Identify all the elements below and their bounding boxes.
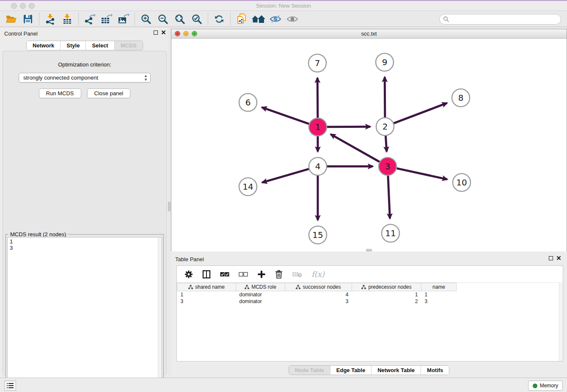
column-visibility-button[interactable] <box>202 270 211 279</box>
tab-network-table[interactable]: Network Table <box>372 366 421 375</box>
edge-1-2[interactable] <box>327 127 370 127</box>
edge-1-6[interactable] <box>262 108 309 124</box>
network-canvas[interactable]: 7968124314101511 <box>171 39 567 251</box>
edge-3-1[interactable] <box>330 134 379 162</box>
zoom-selected-icon <box>191 14 202 25</box>
status-bar: Memory <box>0 378 567 392</box>
toolbar-separator <box>78 13 79 25</box>
edge-2-8[interactable] <box>394 103 447 123</box>
refresh-layout-button[interactable] <box>211 12 228 26</box>
cell-shared-name[interactable]: 3 <box>177 298 236 305</box>
column-header-name[interactable]: name <box>421 283 457 291</box>
float-table-panel-icon[interactable] <box>549 256 553 260</box>
table-scrollbar[interactable] <box>559 283 563 361</box>
function-builder-button[interactable]: f(x) <box>311 270 325 279</box>
node-label-3: 3 <box>385 161 391 171</box>
open-session-button[interactable] <box>3 12 19 26</box>
tab-mcds[interactable]: MCDS <box>115 41 143 50</box>
mcds-result-box: MCDS result (2 nodes) 1 3 <box>6 234 164 392</box>
table-panel-header: Table Panel <box>171 253 567 264</box>
edge-3-11[interactable] <box>388 176 390 218</box>
deselect-all-columns-button[interactable] <box>239 272 248 277</box>
splitter-handle[interactable] <box>168 202 171 211</box>
plus-icon <box>257 270 266 279</box>
mcds-result-scrollbar[interactable] <box>158 237 162 390</box>
tab-motifs[interactable]: Motifs <box>421 366 449 375</box>
close-panel-icon[interactable] <box>161 30 166 35</box>
column-header-MCDS-role[interactable]: MCDS role <box>236 283 285 291</box>
toolbar-separator <box>39 13 39 25</box>
export-table-icon <box>101 14 113 25</box>
export-network-icon <box>84 14 96 25</box>
import-table-button[interactable] <box>59 12 76 26</box>
memory-button[interactable]: Memory <box>528 381 563 391</box>
open-folder-icon <box>6 14 17 24</box>
unchecked-boxes-icon <box>239 272 248 277</box>
cell-name[interactable]: 1 <box>421 291 457 298</box>
columns-icon <box>202 270 211 279</box>
run-mcds-button[interactable]: Run MCDS <box>39 88 81 98</box>
import-table-icon <box>62 14 73 25</box>
network-window-title: scc.txt <box>171 30 567 37</box>
edge-2-9[interactable] <box>385 77 385 117</box>
delete-table-button[interactable] <box>292 271 302 278</box>
delete-table-icon <box>292 271 302 278</box>
column-header-predecessor-nodes[interactable]: predecessor nodes <box>352 283 421 291</box>
mcds-result-text[interactable]: 1 3 <box>7 237 162 391</box>
tab-network[interactable]: Network <box>27 41 61 50</box>
cell-successor-nodes[interactable]: 4 <box>285 291 352 298</box>
list-icon <box>7 383 14 389</box>
close-panel-button[interactable]: Close panel <box>87 88 131 98</box>
zoom-fit-button[interactable] <box>171 12 188 26</box>
import-network-button[interactable] <box>42 12 59 26</box>
float-panel-icon[interactable] <box>154 30 158 35</box>
vertical-splitter[interactable] <box>168 27 171 378</box>
cell-shared-name[interactable]: 1 <box>177 291 236 298</box>
tab-node-table[interactable]: Node Table <box>289 366 330 375</box>
cell-predecessor-nodes[interactable]: 1 <box>352 291 421 298</box>
table-row[interactable]: 1dominator411 <box>177 291 563 298</box>
edge-3-10[interactable] <box>396 168 447 179</box>
delete-column-button[interactable] <box>275 270 283 279</box>
save-floppy-icon <box>23 14 33 24</box>
cell-MCDS-role[interactable]: dominator <box>236 291 285 298</box>
criterion-dropdown[interactable]: strongly connected component ▲▼ <box>19 73 151 83</box>
export-network-button[interactable] <box>81 12 98 26</box>
import-network-icon <box>45 14 56 25</box>
zoom-out-button[interactable] <box>154 12 171 26</box>
table-row[interactable]: 3dominator323 <box>177 298 563 305</box>
select-all-columns-button[interactable] <box>220 272 229 277</box>
table-panel-title: Table Panel <box>175 256 204 262</box>
app-titlebar: Session: New Session <box>0 1 567 11</box>
tab-style[interactable]: Style <box>61 41 86 50</box>
cell-predecessor-nodes[interactable]: 2 <box>352 298 421 305</box>
cell-MCDS-role[interactable]: dominator <box>236 298 285 305</box>
task-history-button[interactable] <box>4 381 16 391</box>
add-column-button[interactable] <box>257 270 266 279</box>
duplicate-network-button[interactable] <box>233 12 250 26</box>
search-input[interactable] <box>439 14 561 25</box>
node-table[interactable]: shared nameMCDS rolesuccessor nodesprede… <box>177 283 563 305</box>
tab-select[interactable]: Select <box>86 41 114 50</box>
hide-panel-eye-button[interactable] <box>267 12 284 26</box>
edge-2-3[interactable] <box>385 136 386 152</box>
column-header-shared-name[interactable]: shared name <box>177 283 236 291</box>
zoom-in-button[interactable] <box>138 12 154 26</box>
cell-name[interactable]: 3 <box>421 298 457 305</box>
tab-edge-table[interactable]: Edge Table <box>330 366 372 375</box>
save-session-button[interactable] <box>19 12 36 26</box>
home-view-button[interactable] <box>250 12 267 26</box>
export-table-button[interactable] <box>98 12 115 26</box>
edge-1-7[interactable] <box>317 78 318 118</box>
show-panel-eye-button[interactable] <box>284 12 301 26</box>
column-header-successor-nodes[interactable]: successor nodes <box>285 283 352 291</box>
edge-4-14[interactable] <box>262 169 309 182</box>
network-window-titlebar[interactable]: ✕ − + scc.txt <box>171 29 567 39</box>
network-resize-handle[interactable] <box>366 249 372 251</box>
zoom-selected-button[interactable] <box>188 12 205 26</box>
dropdown-stepper-icon: ▲▼ <box>144 74 148 82</box>
close-table-panel-icon[interactable] <box>556 256 561 260</box>
export-image-button[interactable] <box>115 12 132 26</box>
settings-gear-button[interactable] <box>184 270 193 279</box>
cell-successor-nodes[interactable]: 3 <box>285 298 352 305</box>
